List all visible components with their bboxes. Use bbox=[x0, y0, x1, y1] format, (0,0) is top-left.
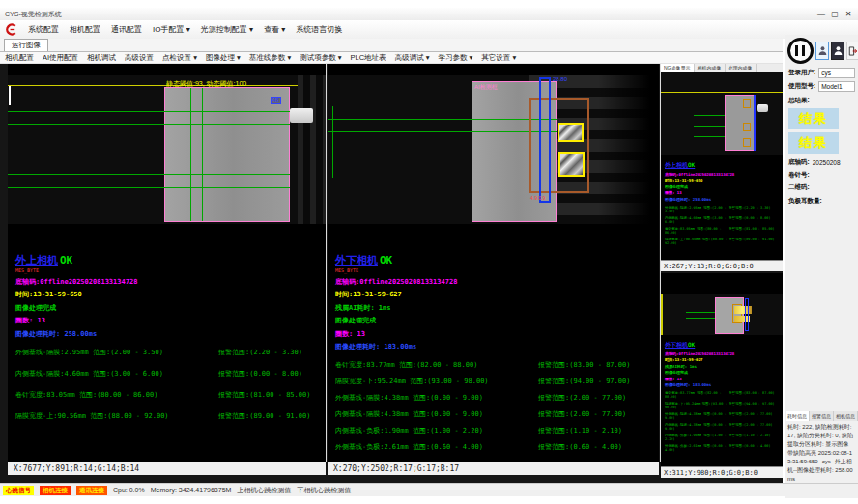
measurement-row: 内侧基线-隔膜:4.38mm 范围:(0.00 - 9.00)报警范围:(2.0… bbox=[335, 409, 655, 419]
cursor-status-ng-lower: X:311;Y:980;R:0;G:0;B:0 bbox=[661, 466, 783, 478]
cpu-usage: Cpu: 0.0% bbox=[113, 487, 145, 493]
user-icon bbox=[818, 45, 827, 56]
elapsed-line: 图像处理耗时: 258.00ms bbox=[665, 197, 781, 202]
camera-connect-badge: 相机连接 bbox=[40, 486, 71, 495]
menu-item-view[interactable]: 查看 ▾ bbox=[264, 24, 285, 35]
tab-alarm-info[interactable]: 报警信息 bbox=[810, 411, 834, 421]
heartbeat-upper-camera: 上相机心跳检测值 bbox=[237, 486, 291, 495]
menu-item-comm-config[interactable]: 通讯配置 bbox=[111, 24, 142, 35]
yellow-reference-line bbox=[661, 92, 783, 93]
elapsed-line: 图像处理耗时: 258.00ms bbox=[15, 329, 322, 339]
camera-image-upper[interactable]: 静态阈值:93, 动态阈值:100 48 bbox=[8, 75, 326, 224]
defect-highlight bbox=[734, 306, 752, 314]
control-sidebar: 登录用户:cys 使用型号:Model1 总结果: 结果 结果 底轴码:2025… bbox=[785, 35, 858, 498]
green-guide-line bbox=[328, 119, 557, 120]
window-title: CYS-视觉检测系统 bbox=[5, 10, 62, 19]
yellow-edge-line bbox=[661, 294, 663, 335]
machine-shade bbox=[598, 75, 659, 224]
exit-button[interactable] bbox=[846, 42, 858, 60]
heartbeat-badge: 心跳信号 bbox=[3, 486, 34, 495]
title-bar: CYS-视觉检测系统 — ▢ ✕ bbox=[0, 8, 858, 20]
tab-ng-display[interactable]: NG成像显示 bbox=[661, 64, 695, 72]
toolbar-advanced-settings[interactable]: 高级设置 bbox=[125, 53, 154, 63]
detect-box bbox=[743, 138, 751, 147]
close-button[interactable]: ✕ bbox=[842, 8, 855, 20]
blue-marker-value: 48 bbox=[271, 97, 281, 104]
toolbar-test-params[interactable]: 测试项参数 ▾ bbox=[300, 53, 341, 63]
ai-box-label: AI检测框 bbox=[474, 83, 498, 92]
measurement-row: 外侧基线-隔膜:4.38mm 范围:(0.00 - 9.00)报警范围:(2.0… bbox=[335, 393, 655, 403]
toolbar-baseline-params[interactable]: 基准线参数 ▾ bbox=[249, 53, 291, 63]
measurement-row: 卷针宽度:83.77mm 范围:(82.00 - 88.00)报警范围:(83.… bbox=[335, 360, 655, 370]
tab-processed-image[interactable]: 处理内成像 bbox=[726, 64, 757, 72]
user-admin-button[interactable] bbox=[831, 42, 844, 60]
roi-blue-box bbox=[539, 77, 551, 203]
tab-run-image[interactable]: 运行图像 bbox=[4, 39, 48, 51]
menu-item-io-config[interactable]: IO手配置 ▾ bbox=[153, 24, 190, 35]
menu-item-light-control[interactable]: 光源控制配置 ▾ bbox=[201, 24, 253, 35]
toolbar-other-settings[interactable]: 其它设置 ▾ bbox=[481, 53, 516, 63]
toolbar-camera-debug[interactable]: 相机调试 bbox=[87, 53, 116, 63]
green-guide-line bbox=[328, 131, 557, 132]
cursor-status-ng-upper: X:267;Y:13;R:0;G:0;B:0 bbox=[661, 260, 783, 271]
green-guide-vline bbox=[190, 88, 191, 221]
barcode-line: 底轴码:0ffline20250208133134728 bbox=[665, 172, 781, 177]
toolbar-advanced-debug[interactable]: 高级调试 ▾ bbox=[395, 53, 430, 63]
pause-button[interactable] bbox=[787, 38, 814, 64]
green-guide-vline bbox=[329, 106, 329, 178]
detect-box bbox=[743, 123, 751, 131]
green-guide-line bbox=[686, 318, 717, 319]
ng-image-lower[interactable] bbox=[661, 294, 783, 335]
measurement-row: 隔膜宽度-下:95.24mm 范围:(93.00 - 98.00)报警范围:(9… bbox=[335, 377, 655, 386]
gray-part-region bbox=[725, 95, 756, 151]
toolbar-plc-address-table[interactable]: PLC地址表 bbox=[351, 53, 386, 63]
barcode-line: 底轴码:0ffline20250208133134728 bbox=[15, 277, 322, 287]
toolbar-ai-use-config[interactable]: AI使用配置 bbox=[43, 53, 78, 63]
login-user-value[interactable]: cys bbox=[818, 68, 855, 78]
log-text: 耗时: 222, 缺陷检测耗时: 17, 缺陷分类耗时: 0, 缺陷提取分区耗时… bbox=[787, 423, 854, 484]
toolbar-camera-config[interactable]: 相机配置 bbox=[5, 53, 34, 63]
camera-panel-lower: AI检测框 28.80 4.9 0.9 外下相机OK MES_BYTE 底轴码:… bbox=[328, 64, 659, 475]
tab-camera-image[interactable]: 相机内成像 bbox=[695, 64, 726, 72]
defect-highlight-box bbox=[558, 152, 585, 177]
result-indicator-lower: 结果 bbox=[788, 132, 839, 154]
loops-line: 圈数: 13 bbox=[665, 190, 781, 195]
edge-marker bbox=[9, 86, 11, 105]
menu-item-language-switch[interactable]: 系统语言切换 bbox=[296, 24, 342, 35]
sidebar-fields: 登录用户:cys 使用型号:Model1 总结果: 结果 结果 底轴码:2025… bbox=[788, 68, 855, 209]
minimize-button[interactable]: — bbox=[815, 8, 828, 20]
menu-item-camera-config[interactable]: 相机配置 bbox=[70, 24, 100, 35]
camera-title: 外下相机OK bbox=[335, 253, 655, 267]
tab-camera-info[interactable]: 相机信息 bbox=[834, 411, 858, 421]
ng-image-upper[interactable] bbox=[661, 72, 783, 155]
sidebar-buttons bbox=[787, 38, 858, 64]
green-guide-line bbox=[8, 124, 290, 125]
app-status-bar: 心跳信号 相机连接 通讯连接 Cpu: 0.0% Memory: 3424.41… bbox=[0, 483, 858, 496]
result-ok-text: OK bbox=[60, 254, 72, 266]
measurement-rows: 卷针宽度:83.77mm 范围:(82.00 - 88.00)报警范围:(83.… bbox=[335, 360, 655, 452]
camera-title: 外上相机OK bbox=[665, 161, 781, 170]
green-guide-vline bbox=[332, 106, 333, 178]
user-dark-icon bbox=[834, 45, 843, 56]
exit-icon bbox=[848, 45, 858, 57]
camera-image-lower[interactable]: AI检测框 28.80 4.9 0.9 bbox=[328, 75, 659, 224]
menu-item-system-config[interactable]: 系统配置 bbox=[28, 24, 59, 35]
blue-guide-box bbox=[745, 298, 749, 331]
user-login-button[interactable] bbox=[815, 42, 829, 60]
mes-flag-text: MES_BYTE bbox=[335, 267, 655, 273]
app-logo-icon bbox=[5, 23, 17, 36]
comm-connect-badge: 通讯连接 bbox=[76, 486, 107, 495]
defect-highlight-box bbox=[558, 123, 584, 142]
toolbar-spot-check[interactable]: 点检设置 ▾ bbox=[162, 53, 197, 63]
time-line: 时间:13-31-59-650 bbox=[665, 178, 781, 182]
result-indicator-upper: 结果 bbox=[788, 108, 839, 129]
ng-view-tabs: NG成像显示 相机内成像 处理内成像 bbox=[661, 64, 783, 72]
toolbar-learning-params[interactable]: 学习参数 ▾ bbox=[438, 53, 472, 63]
tab-elapsed-info[interactable]: 耗时信息 bbox=[786, 411, 810, 421]
neg-tab-count-label: 负极耳数量: bbox=[788, 197, 822, 206]
toolbar-image-processing[interactable]: 图像处理 ▾ bbox=[206, 53, 241, 63]
maximize-button[interactable]: ▢ bbox=[828, 8, 842, 20]
ng-info-upper: 外上相机OK 底轴码:0ffline20250208133134728 时间:1… bbox=[665, 161, 781, 248]
model-input[interactable]: Model1 bbox=[818, 81, 855, 92]
measurement-row: 隔膜宽度-上:90.56mm 范围:(88.00 - 92.00)报警范围:(8… bbox=[15, 411, 322, 421]
